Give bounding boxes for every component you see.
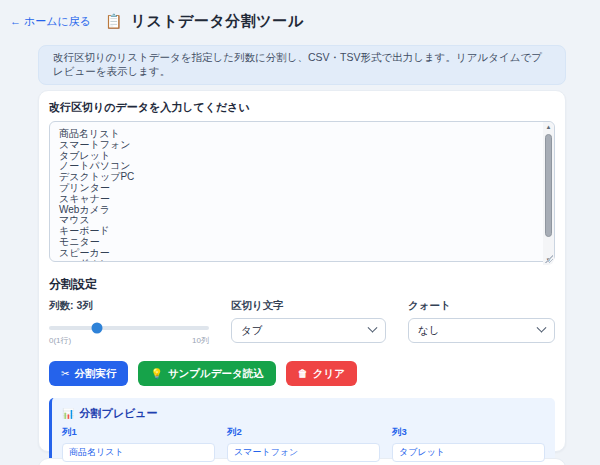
slider-max-label: 10列 [192,335,209,346]
split-preview-panel: 📊 分割プレビュー 列1 商品名リスト ノートパソコン スキャナー 他1件...… [49,398,555,465]
back-home-link[interactable]: ← ホームに戻る [10,14,91,29]
quote-value: なし [418,324,440,338]
preview-grid: 列1 商品名リスト ノートパソコン スキャナー 他1件... 列2 スマートフォ… [62,426,545,465]
textarea-scrollbar[interactable]: ▲ ▼ [543,122,554,265]
scrollbar-thumb[interactable] [545,134,552,237]
quote-select[interactable]: なし [408,318,555,343]
action-buttons: ✂ 分割実行 💡 サンプルデータ読込 🗑 クリア [49,361,555,386]
preview-cell: スマートフォン [227,443,380,462]
column-count-group: 列数: 3列 0(1行) 10列 [49,299,209,346]
split-button-label: 分割実行 [74,367,116,381]
slider-thumb[interactable] [92,323,103,334]
bar-chart-icon: 📊 [62,408,74,419]
slider-min-label: 0(1行) [49,335,71,346]
split-execute-button[interactable]: ✂ 分割実行 [49,361,128,386]
preview-cell: タブレット [392,443,545,462]
delimiter-value: タブ [241,324,263,338]
quote-group: クォート なし [408,299,555,346]
input-label: 改行区切りのデータを入力してください [49,100,555,115]
clear-button[interactable]: 🗑 クリア [286,361,357,386]
settings-heading: 分割設定 [49,276,555,293]
delimiter-label: 区切り文字 [231,299,386,313]
lightbulb-icon: 💡 [150,368,162,379]
column-count-label: 列数: 3列 [49,299,209,313]
preview-column-1: 列1 商品名リスト ノートパソコン スキャナー 他1件... [62,426,215,465]
page-title: リストデータ分割ツール [131,12,304,31]
preview-header: 📊 分割プレビュー [62,406,545,421]
column-header: 列1 [62,426,215,439]
clipboard-icon: 📋 [105,13,122,29]
description-banner: 改行区切りのリストデータを指定した列数に分割し、CSV・TSV形式で出力します。… [38,45,566,85]
page-header: ← ホームに戻る 📋 リストデータ分割ツール [0,0,600,30]
scissors-icon: ✂ [61,368,69,379]
quote-label: クォート [408,299,555,313]
scroll-up-icon[interactable]: ▲ [543,122,554,132]
settings-row: 列数: 3列 0(1行) 10列 区切り文字 タブ クォート なし [49,299,555,346]
main-card: 改行区切りのデータを入力してください 商品名リスト スマートフォン タブレット … [38,90,566,452]
preview-column-2: 列2 スマートフォン デスクトップPC Webカメラ 他1件... [227,426,380,465]
load-sample-button[interactable]: 💡 サンプルデータ読込 [138,361,275,386]
delimiter-group: 区切り文字 タブ [231,299,386,346]
column-count-slider[interactable] [49,326,209,330]
delimiter-select[interactable]: タブ [231,318,386,343]
sample-button-label: サンプルデータ読込 [168,367,264,381]
data-input-wrap: 商品名リスト スマートフォン タブレット ノートパソコン デスクトップPC プリ… [49,121,555,266]
description-text: 改行区切りのリストデータを指定した列数に分割し、CSV・TSV形式で出力します。… [53,51,551,79]
trash-icon: 🗑 [298,368,308,379]
column-header: 列2 [227,426,380,439]
column-header: 列3 [392,426,545,439]
data-input-textarea[interactable]: 商品名リスト スマートフォン タブレット ノートパソコン デスクトップPC プリ… [49,121,555,262]
preview-title: 分割プレビュー [79,406,157,421]
clear-button-label: クリア [313,367,345,381]
preview-cell: 商品名リスト [62,443,215,462]
chevron-down-icon [537,323,547,333]
preview-column-3: 列3 タブレット プリンター マウス 他1件... [392,426,545,465]
chevron-down-icon [368,323,378,333]
slider-scale: 0(1行) 10列 [49,335,209,346]
resize-handle-icon[interactable] [545,255,553,263]
